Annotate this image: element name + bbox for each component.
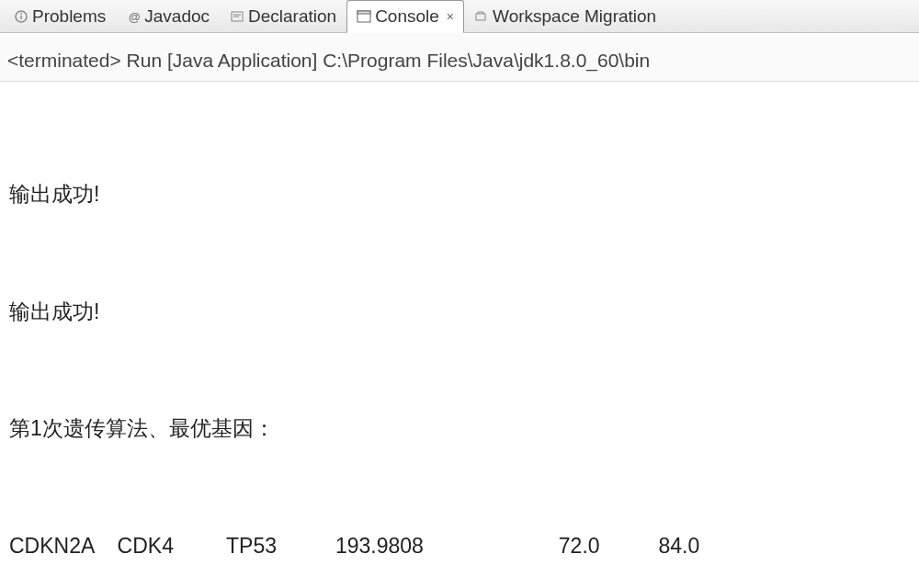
- output-line: 第1次遗传算法、最优基因：: [9, 409, 910, 448]
- console-output[interactable]: 输出成功! 输出成功! 第1次遗传算法、最优基因： CDKN2A CDK4 TP…: [0, 82, 919, 588]
- javadoc-icon: @: [126, 9, 141, 24]
- problems-icon: [14, 9, 28, 24]
- svg-text:@: @: [129, 10, 141, 24]
- console-status-text: <terminated> Run [Java Application] C:\P…: [7, 50, 650, 71]
- tab-label: Declaration: [248, 6, 336, 27]
- console-status-bar: <terminated> Run [Java Application] C:\P…: [0, 33, 919, 82]
- svg-rect-9: [476, 14, 485, 20]
- svg-rect-8: [357, 11, 370, 14]
- declaration-icon: [230, 9, 244, 24]
- tab-label: Console: [375, 6, 439, 27]
- close-icon[interactable]: ×: [447, 9, 454, 24]
- tab-javadoc[interactable]: @ Javadoc: [116, 0, 220, 33]
- tab-problems[interactable]: Problems: [4, 0, 116, 33]
- output-line: CDKN2A CDK4 TP53 193.9808 72.0 84.0: [9, 526, 910, 566]
- tab-declaration[interactable]: Declaration: [220, 0, 346, 33]
- tab-label: Workspace Migration: [493, 6, 656, 27]
- tab-bar: Problems @ Javadoc Declaration Console ×: [0, 0, 919, 33]
- migration-icon: [474, 9, 489, 24]
- tab-label: Javadoc: [144, 6, 210, 27]
- svg-point-1: [20, 13, 22, 15]
- output-line: 输出成功!: [9, 175, 910, 214]
- tab-console[interactable]: Console ×: [346, 0, 464, 33]
- output-line: 输出成功!: [9, 292, 910, 332]
- console-icon: [357, 9, 371, 24]
- tab-workspace-migration[interactable]: Workspace Migration: [464, 0, 666, 33]
- tab-label: Problems: [32, 6, 106, 27]
- svg-rect-2: [20, 16, 21, 19]
